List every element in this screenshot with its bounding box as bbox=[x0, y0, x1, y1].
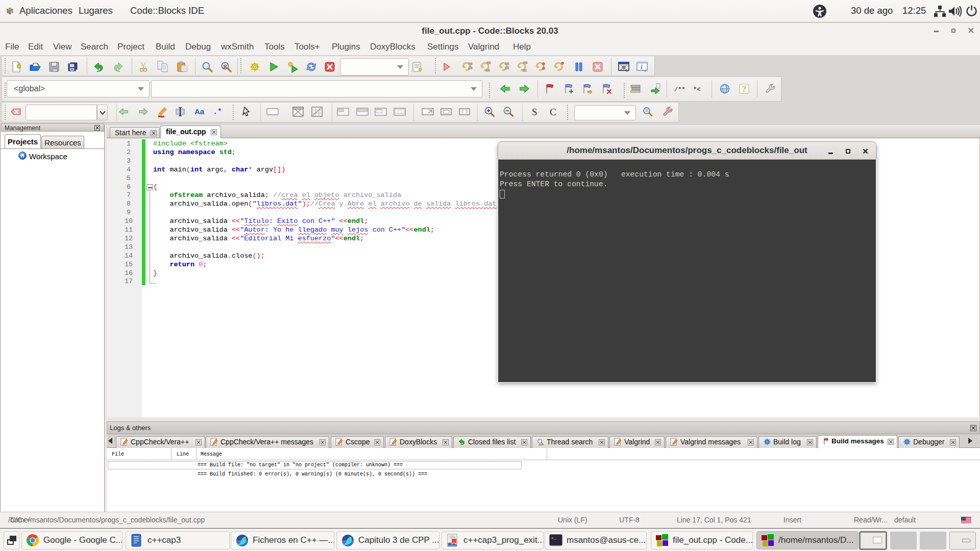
svg-text:.*: .* bbox=[213, 108, 222, 116]
svg-text:R: R bbox=[224, 63, 228, 69]
svg-text:Aa: Aa bbox=[194, 107, 205, 116]
svg-text:S: S bbox=[532, 107, 537, 117]
svg-text:?: ? bbox=[742, 85, 746, 93]
svg-text:C: C bbox=[550, 107, 556, 117]
svg-text:i: i bbox=[641, 63, 643, 71]
svg-text:>_: >_ bbox=[551, 536, 556, 540]
svg-text:*<: *< bbox=[693, 86, 700, 93]
svg-text:/**: /** bbox=[674, 86, 685, 93]
